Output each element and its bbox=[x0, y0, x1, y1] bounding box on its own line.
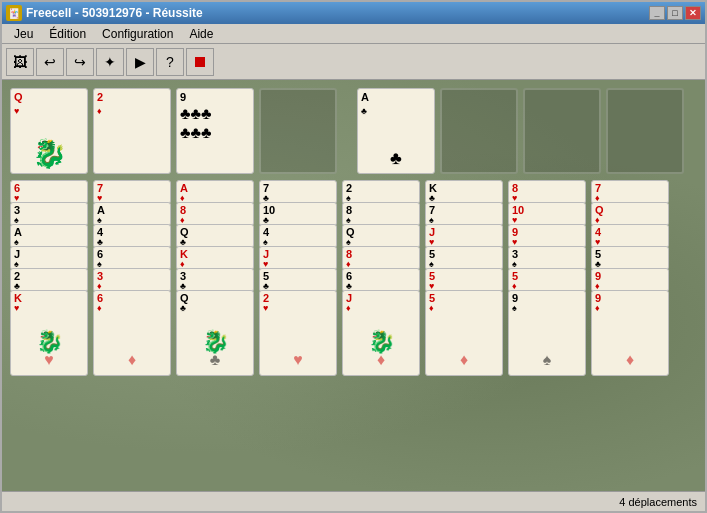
free-cell-3-value: 9♣♣♣♣♣♣ bbox=[180, 91, 250, 143]
col-6-card-4[interactable]: 5♠ bbox=[425, 246, 503, 270]
col-4-card-4-value: J bbox=[263, 248, 333, 260]
foundation-1[interactable]: A♣ ♣ bbox=[357, 88, 435, 174]
col-1-card-4[interactable]: J♠ bbox=[10, 246, 88, 270]
col-7-card-1[interactable]: 8♥ bbox=[508, 180, 586, 204]
col-6-card-2[interactable]: 7♠ bbox=[425, 202, 503, 226]
col-7-card-4[interactable]: 3♠ bbox=[508, 246, 586, 270]
col-4-card-5[interactable]: 5♣ bbox=[259, 268, 337, 292]
col-7-card-5[interactable]: 5♦ bbox=[508, 268, 586, 292]
close-button[interactable]: ✕ bbox=[685, 6, 701, 20]
col-4-card-1[interactable]: 7♣ bbox=[259, 180, 337, 204]
col-1-card-3-value: A bbox=[14, 226, 84, 238]
undo-button[interactable]: ↩ bbox=[36, 48, 64, 76]
col-5-card-6-value: J bbox=[346, 292, 416, 304]
col-1-card-6[interactable]: K♥♥🐉 bbox=[10, 290, 88, 376]
col-7-card-3[interactable]: 9♥ bbox=[508, 224, 586, 248]
column-1[interactable]: 6♥3♠A♠J♠2♣K♥♥🐉 bbox=[10, 180, 88, 386]
col-1-card-2[interactable]: 3♠ bbox=[10, 202, 88, 226]
foundation-4[interactable] bbox=[606, 88, 684, 174]
foundation-1-value: A♣ bbox=[361, 91, 431, 117]
menu-aide[interactable]: Aide bbox=[181, 25, 221, 43]
minimize-button[interactable]: _ bbox=[649, 6, 665, 20]
col-3-card-6[interactable]: Q♣♣🐉 bbox=[176, 290, 254, 376]
col-7-card-6[interactable]: 9♠♠ bbox=[508, 290, 586, 376]
col-3-card-5[interactable]: 3♣ bbox=[176, 268, 254, 292]
free-cell-2[interactable]: 2♦ bbox=[93, 88, 171, 174]
menu-jeu[interactable]: Jeu bbox=[6, 25, 41, 43]
col-2-card-3-value: 4 bbox=[97, 226, 167, 238]
col-2-card-1[interactable]: 7♥ bbox=[93, 180, 171, 204]
column-6[interactable]: K♣7♠J♥5♠5♥5♦♦ bbox=[425, 180, 503, 386]
col-2-card-5[interactable]: 3♦ bbox=[93, 268, 171, 292]
col-5-card-2[interactable]: 8♠ bbox=[342, 202, 420, 226]
col-3-card-6-suit: ♣ bbox=[180, 304, 250, 313]
redo-button[interactable]: ↪ bbox=[66, 48, 94, 76]
free-cell-1[interactable]: Q♥ 🐉 bbox=[10, 88, 88, 174]
free-cell-4[interactable] bbox=[259, 88, 337, 174]
col-6-card-5[interactable]: 5♥ bbox=[425, 268, 503, 292]
col-5-card-3[interactable]: Q♠ bbox=[342, 224, 420, 248]
col-2-card-4[interactable]: 6♠ bbox=[93, 246, 171, 270]
column-4[interactable]: 7♣10♣4♠J♥5♣2♥♥ bbox=[259, 180, 337, 386]
stop-button[interactable]: ⏹ bbox=[186, 48, 214, 76]
col-6-card-5-value: 5 bbox=[429, 270, 499, 282]
app-icon: 🃏 bbox=[6, 5, 22, 21]
col-6-card-3[interactable]: J♥ bbox=[425, 224, 503, 248]
column-8[interactable]: 7♦Q♦4♥5♣9♦9♦♦ bbox=[591, 180, 669, 386]
col-8-card-5[interactable]: 9♦ bbox=[591, 268, 669, 292]
column-5[interactable]: 2♠8♠Q♠8♦6♣J♦♦🐉 bbox=[342, 180, 420, 386]
col-7-card-2[interactable]: 10♥ bbox=[508, 202, 586, 226]
col-3-card-4[interactable]: K♦ bbox=[176, 246, 254, 270]
menu-configuration[interactable]: Configuration bbox=[94, 25, 181, 43]
col-8-card-2[interactable]: Q♦ bbox=[591, 202, 669, 226]
col-2-card-2[interactable]: A♠ bbox=[93, 202, 171, 226]
col-7-card-2-value: 10 bbox=[512, 204, 582, 216]
col-2-card-6[interactable]: 6♦♦ bbox=[93, 290, 171, 376]
col-1-card-4-value: J bbox=[14, 248, 84, 260]
col-3-card-1[interactable]: A♦ bbox=[176, 180, 254, 204]
free-cell-2-value: 2♦ bbox=[97, 91, 167, 117]
col-2-card-6-value: 6 bbox=[97, 292, 167, 304]
column-7[interactable]: 8♥10♥9♥3♠5♦9♠♠ bbox=[508, 180, 586, 386]
col-3-card-3[interactable]: Q♣ bbox=[176, 224, 254, 248]
hint-button[interactable]: ✦ bbox=[96, 48, 124, 76]
col-1-card-5[interactable]: 2♣ bbox=[10, 268, 88, 292]
col-2-card-3[interactable]: 4♣ bbox=[93, 224, 171, 248]
col-5-card-1[interactable]: 2♠ bbox=[342, 180, 420, 204]
help-button[interactable]: ? bbox=[156, 48, 184, 76]
col-8-card-2-value: Q bbox=[595, 204, 665, 216]
play-button[interactable]: ▶ bbox=[126, 48, 154, 76]
new-game-button[interactable]: 🖼 bbox=[6, 48, 34, 76]
col-8-card-4[interactable]: 5♣ bbox=[591, 246, 669, 270]
col-8-card-1[interactable]: 7♦ bbox=[591, 180, 669, 204]
col-5-card-5[interactable]: 6♣ bbox=[342, 268, 420, 292]
col-8-card-3[interactable]: 4♥ bbox=[591, 224, 669, 248]
col-4-card-4[interactable]: J♥ bbox=[259, 246, 337, 270]
menu-edition[interactable]: Édition bbox=[41, 25, 94, 43]
col-5-card-4[interactable]: 8♦ bbox=[342, 246, 420, 270]
col-1-card-3[interactable]: A♠ bbox=[10, 224, 88, 248]
free-cell-1-art: 🐉 bbox=[32, 137, 67, 170]
col-6-card-6-suit: ♦ bbox=[429, 304, 499, 313]
col-1-card-1[interactable]: 6♥ bbox=[10, 180, 88, 204]
col-3-card-5-value: 3 bbox=[180, 270, 250, 282]
col-8-card-6[interactable]: 9♦♦ bbox=[591, 290, 669, 376]
col-3-card-2-value: 8 bbox=[180, 204, 250, 216]
free-cell-3[interactable]: 9♣♣♣♣♣♣ bbox=[176, 88, 254, 174]
column-3[interactable]: A♦8♦Q♣K♦3♣Q♣♣🐉 bbox=[176, 180, 254, 386]
col-4-card-6[interactable]: 2♥♥ bbox=[259, 290, 337, 376]
col-3-card-2[interactable]: 8♦ bbox=[176, 202, 254, 226]
col-4-card-3[interactable]: 4♠ bbox=[259, 224, 337, 248]
col-2-card-1-value: 7 bbox=[97, 182, 167, 194]
col-3-card-1-value: A bbox=[180, 182, 250, 194]
foundation-2[interactable] bbox=[440, 88, 518, 174]
col-6-card-6[interactable]: 5♦♦ bbox=[425, 290, 503, 376]
col-7-card-4-value: 3 bbox=[512, 248, 582, 260]
col-6-card-1[interactable]: K♣ bbox=[425, 180, 503, 204]
foundation-3[interactable] bbox=[523, 88, 601, 174]
title-bar: 🃏 Freecell - 503912976 - Réussite _ □ ✕ bbox=[2, 2, 705, 24]
col-4-card-2[interactable]: 10♣ bbox=[259, 202, 337, 226]
maximize-button[interactable]: □ bbox=[667, 6, 683, 20]
column-2[interactable]: 7♥A♠4♣6♠3♦6♦♦ bbox=[93, 180, 171, 386]
col-5-card-6[interactable]: J♦♦🐉 bbox=[342, 290, 420, 376]
